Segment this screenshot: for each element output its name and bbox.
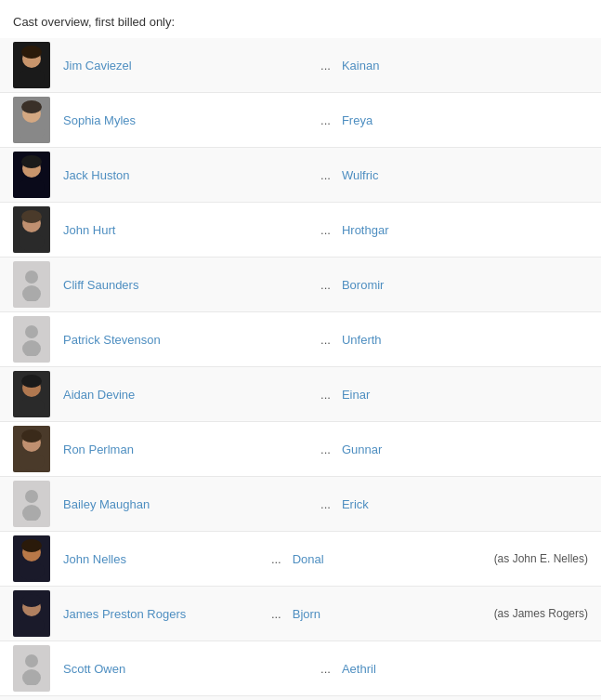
svg-point-33 [21,539,42,552]
cast-list: Jim Caviezel ... Kainan Sophia Myles ...… [0,38,601,700]
actor-name[interactable]: Scott Owen [63,662,309,676]
actor-photo [13,590,50,637]
cast-row: Scott Owen ... Aethril [0,641,601,696]
actor-name[interactable]: Sophia Myles [63,113,309,127]
svg-point-23 [21,375,42,388]
svg-point-17 [22,285,41,301]
actor-name[interactable]: John Nelles [63,552,260,566]
actor-name[interactable]: Cliff Saunders [63,278,309,292]
cast-row: Cliff Saunders ... Boromir [0,258,601,312]
cast-row: Jim Caviezel ... Kainan [0,38,601,93]
svg-point-28 [25,490,38,503]
cast-row: Aidan Devine ... Einar [0,367,601,422]
actor-photo [13,206,50,253]
actor-photo-placeholder [13,645,50,692]
actor-photo-placeholder [13,316,50,363]
svg-point-7 [21,100,42,113]
svg-point-37 [21,594,42,607]
svg-point-29 [22,505,41,521]
ellipsis: ... [320,278,331,292]
svg-point-35 [19,616,45,635]
svg-point-18 [25,325,38,338]
svg-point-11 [21,155,42,168]
ellipsis: ... [271,552,281,566]
svg-point-31 [19,561,45,580]
ellipsis: ... [320,168,331,182]
character-name[interactable]: Freya [342,113,588,127]
ellipsis: ... [320,442,331,456]
character-name[interactable]: Donal [293,552,490,566]
actor-photo [13,152,50,198]
ellipsis: ... [271,607,281,621]
character-name[interactable]: Wulfric [342,168,588,182]
character-name[interactable]: Kainan [342,59,588,73]
character-name[interactable]: Einar [342,388,588,402]
cast-row: John Nelles ... Donal(as John E. Nelles) [0,532,601,587]
actor-photo [13,42,50,88]
svg-point-9 [19,178,45,196]
character-note: (as James Rogers) [494,607,588,620]
cast-row: James Preston Rogers ... Bjorn(as James … [0,587,601,641]
character-name[interactable]: Aethril [342,662,588,676]
cast-row: Patrick Stevenson ... Unferth [0,312,601,367]
svg-point-21 [19,397,45,416]
ellipsis: ... [320,59,331,73]
svg-point-5 [19,123,45,141]
actor-name[interactable]: Jack Huston [63,168,309,182]
actor-photo [13,426,50,472]
character-name[interactable]: Boromir [342,278,588,292]
cast-row: Bailey Maughan ... Erick [0,477,601,532]
actor-photo [13,371,50,417]
cast-row: Sophia Myles ... Freya [0,93,601,148]
ellipsis: ... [320,497,331,511]
ellipsis: ... [320,333,331,347]
actor-name[interactable]: Aidan Devine [63,388,309,402]
character-name[interactable]: Erick [342,497,588,511]
actor-name[interactable]: Jim Caviezel [63,59,309,73]
cast-row: Jack Huston ... Wulfric [0,148,601,203]
svg-point-16 [25,271,38,284]
character-name[interactable]: Bjorn [293,607,490,621]
svg-point-19 [22,340,41,356]
actor-name[interactable]: James Preston Rogers [63,607,260,621]
actor-photo-placeholder [13,481,50,527]
svg-point-39 [22,669,41,685]
svg-point-15 [21,210,42,223]
actor-name[interactable]: Patrick Stevenson [63,333,309,347]
ellipsis: ... [320,662,331,676]
cast-row: Ron Perlman ... Gunnar [0,422,601,477]
svg-point-25 [19,452,45,470]
ellipsis: ... [320,223,331,237]
actor-photo [13,535,50,582]
cast-row: Petra Prazak ... Mara [0,696,601,700]
cast-header-text: Cast overview, first billed only: [13,15,175,29]
character-note: (as John E. Nelles) [494,552,588,565]
svg-point-3 [21,46,42,59]
cast-header: Cast overview, first billed only: [0,9,601,38]
character-name[interactable]: Hrothgar [342,223,588,237]
svg-point-27 [21,429,42,442]
ellipsis: ... [320,113,331,127]
ellipsis: ... [320,388,331,402]
page-wrapper: Cast overview, first billed only: Jim Ca… [0,0,601,700]
svg-point-13 [19,232,45,251]
character-name[interactable]: Gunnar [342,442,588,456]
actor-name[interactable]: Ron Perlman [63,442,309,456]
actor-name[interactable]: Bailey Maughan [63,497,309,511]
cast-row: John Hurt ... Hrothgar [0,203,601,258]
svg-point-1 [19,68,45,86]
actor-photo [13,97,50,143]
actor-photo-placeholder [13,261,50,308]
actor-name[interactable]: John Hurt [63,223,309,237]
svg-point-38 [25,654,38,667]
character-name[interactable]: Unferth [342,333,588,347]
